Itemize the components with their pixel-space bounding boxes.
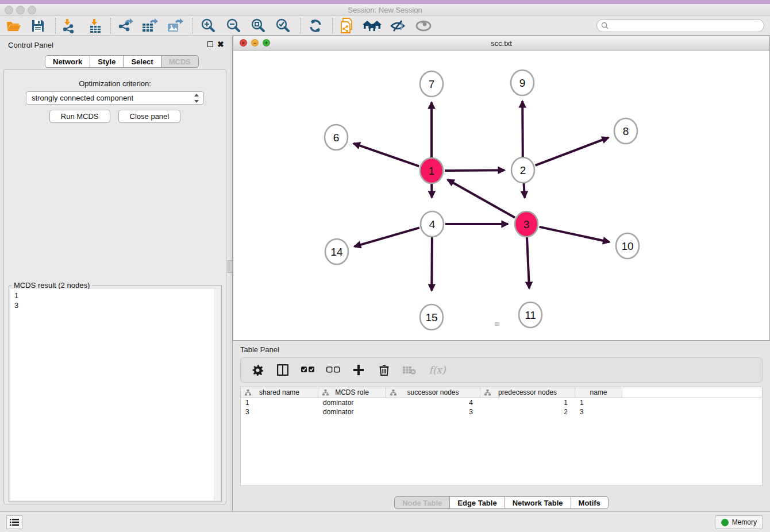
tab-edge-table[interactable]: Edge Table [449,496,505,509]
control-panel-tabs: Network Style Select MCDS [45,55,199,68]
node-6[interactable]: 6 [325,125,348,150]
column-header-MCDS-role[interactable]: MCDS role [318,387,386,398]
result-scrollbar[interactable] [214,289,220,500]
memory-status-icon [721,519,729,526]
export-image-button[interactable] [165,17,186,34]
optimization-label: Optimization criterion: [4,79,226,88]
network-canvas-svg: 7968124314101511 [233,51,769,340]
show-columns-button[interactable] [276,363,290,377]
hide-selected-button[interactable] [387,17,408,34]
mcds-result-area[interactable]: 1 3 [10,289,220,500]
memory-button[interactable]: Memory [715,515,763,529]
search-input[interactable] [609,22,752,30]
node-1[interactable]: 1 [420,158,443,183]
node-3[interactable]: 3 [515,211,538,237]
zoom-out-button[interactable] [223,17,244,34]
edge-1-2[interactable] [445,170,505,171]
search-field[interactable] [596,19,764,32]
table-row[interactable]: 3dominator323 [241,407,762,417]
clone-network-button[interactable] [337,17,357,34]
tab-mcds[interactable]: MCDS [161,55,199,68]
node-10[interactable]: 10 [616,233,639,259]
zoom-in-button[interactable] [198,17,218,34]
tab-network[interactable]: Network [45,55,90,68]
cell-successor-nodes: 3 [386,407,480,417]
edge-1-6[interactable] [353,144,419,167]
import-network-button[interactable] [59,17,79,34]
zoom-fit-icon [251,18,265,33]
node-11[interactable]: 11 [519,302,542,327]
tab-node-table[interactable]: Node Table [394,496,450,509]
tab-motifs[interactable]: Motifs [571,496,609,509]
svg-text:3: 3 [523,218,530,230]
network-resize-handle[interactable] [495,322,499,326]
zoom-selected-button[interactable] [272,17,293,34]
clone-network-icon [340,18,355,34]
svg-text:10: 10 [621,240,633,252]
node-table[interactable]: shared nameMCDS rolesuccessor nodesprede… [240,387,763,485]
network-canvas[interactable]: 7968124314101511 [233,51,769,340]
edge-2-3[interactable] [524,183,525,198]
column-header-shared-name[interactable]: shared name [241,387,318,398]
edge-4-15[interactable] [432,237,432,291]
node-2[interactable]: 2 [511,157,534,183]
svg-text:14: 14 [330,246,343,258]
cell-shared-name: 1 [241,398,318,407]
trash-icon [379,364,389,376]
function-builder-button: f(x) [428,363,447,377]
table-row[interactable]: 1dominator411 [241,398,762,407]
edge-3-1[interactable] [448,180,515,218]
zoom-fit-button[interactable] [248,17,268,34]
zoom-out-icon [226,18,241,33]
eye-icon [415,20,432,32]
node-4[interactable]: 4 [421,211,444,237]
node-9[interactable]: 9 [511,70,534,95]
splitter-handle[interactable] [228,260,233,273]
columns-icon [277,364,288,376]
svg-text:6: 6 [333,132,340,144]
edge-2-9[interactable] [522,101,523,157]
toolbar-separator [55,18,56,34]
edge-4-14[interactable] [355,228,419,246]
delete-column-button[interactable] [377,363,391,377]
close-panel-icon[interactable]: ✖ [217,41,224,47]
export-network-button[interactable] [115,17,136,34]
tab-style[interactable]: Style [90,55,124,68]
node-8[interactable]: 8 [614,118,637,144]
zoom-in-icon [201,18,215,33]
column-header-name[interactable]: name [575,387,622,398]
toolbar-separator [300,18,301,34]
table-settings-button[interactable] [251,363,264,377]
tab-select[interactable]: Select [123,55,161,68]
task-history-button[interactable] [6,515,22,529]
edge-3-10[interactable] [540,227,610,242]
show-eye-button[interactable] [413,17,434,34]
open-session-button[interactable] [3,17,24,34]
refresh-button[interactable] [305,17,326,34]
column-header-successor-nodes[interactable]: successor nodes [386,387,480,398]
mcds-panel: Optimization criterion: strongly connect… [3,69,226,504]
plus-icon [353,365,364,375]
save-session-button[interactable] [28,17,48,34]
import-table-button[interactable] [85,17,106,34]
node-15[interactable]: 15 [420,304,443,330]
node-14[interactable]: 14 [325,239,348,264]
optimization-dropdown[interactable]: strongly connected component [26,91,204,105]
deselect-all-button[interactable] [326,363,340,377]
add-column-button[interactable] [352,363,365,377]
run-mcds-button[interactable]: Run MCDS [49,110,110,123]
select-all-button[interactable] [301,363,315,377]
cell-predecessor-nodes: 2 [480,407,575,417]
unchecked-boxes-icon [326,367,340,373]
node-7[interactable]: 7 [420,71,443,97]
edge-2-8[interactable] [536,137,609,165]
cell-name: 1 [575,398,622,407]
open-folder-icon [6,20,21,32]
home-button[interactable] [362,17,383,34]
export-table-button[interactable] [140,17,160,34]
close-panel-button[interactable]: Close panel [118,110,181,123]
edge-3-11[interactable] [527,237,529,288]
float-panel-icon[interactable] [207,41,213,47]
column-header-predecessor-nodes[interactable]: predecessor nodes [480,387,575,398]
tab-network-table[interactable]: Network Table [505,496,571,509]
